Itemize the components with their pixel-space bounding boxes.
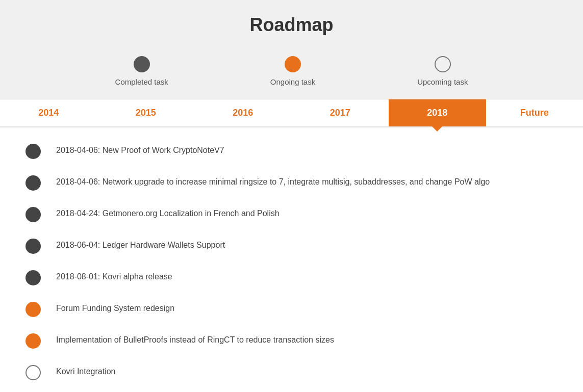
upcoming-circle [435, 56, 451, 72]
item-circle-3 [26, 239, 41, 254]
legend-completed: Completed task [115, 56, 168, 86]
item-text-6: Implementation of BulletProofs instead o… [56, 332, 334, 346]
roadmap-item-1: 2018-04-06: Network upgrade to increase … [26, 174, 557, 191]
upcoming-label: Upcoming task [417, 77, 468, 86]
year-navigation: 20142015201620172018Future [0, 99, 583, 127]
roadmap-item-2: 2018-04-24: Getmonero.org Localization i… [26, 206, 557, 222]
legend-ongoing: Ongoing task [270, 56, 315, 86]
completed-circle [134, 56, 150, 72]
roadmap-content: 2018-04-06: New Proof of Work CryptoNote… [0, 127, 583, 392]
ongoing-circle [285, 56, 301, 72]
year-tab-2016[interactable]: 2016 [194, 99, 292, 126]
roadmap-item-6: Implementation of BulletProofs instead o… [26, 332, 557, 349]
item-circle-0 [26, 144, 41, 159]
item-text-3: 2018-06-04: Ledger Hardware Wallets Supp… [56, 238, 225, 251]
item-circle-4 [26, 270, 41, 285]
item-circle-5 [26, 302, 41, 317]
item-text-4: 2018-08-01: Kovri alpha release [56, 269, 172, 283]
roadmap-item-3: 2018-06-04: Ledger Hardware Wallets Supp… [26, 238, 557, 254]
item-text-2: 2018-04-24: Getmonero.org Localization i… [56, 206, 280, 220]
roadmap-item-5: Forum Funding System redesign [26, 301, 557, 317]
ongoing-label: Ongoing task [270, 77, 315, 86]
legend-upcoming: Upcoming task [417, 56, 468, 86]
item-circle-2 [26, 207, 41, 222]
year-tab-2017[interactable]: 2017 [292, 99, 389, 126]
year-tab-2018[interactable]: 2018 [389, 99, 486, 126]
item-text-7: Kovri Integration [56, 364, 116, 378]
year-tab-2014[interactable]: 2014 [0, 99, 97, 126]
item-text-5: Forum Funding System redesign [56, 301, 174, 315]
legend-section: Completed task Ongoing task Upcoming tas… [0, 41, 583, 99]
year-tab-2015[interactable]: 2015 [97, 99, 195, 126]
page-title: Roadmap [0, 14, 583, 36]
roadmap-item-4: 2018-08-01: Kovri alpha release [26, 269, 557, 285]
item-text-1: 2018-04-06: Network upgrade to increase … [56, 174, 490, 188]
year-tab-future[interactable]: Future [486, 99, 584, 126]
item-circle-1 [26, 175, 41, 191]
item-text-0: 2018-04-06: New Proof of Work CryptoNote… [56, 143, 224, 156]
item-circle-6 [26, 333, 41, 349]
completed-label: Completed task [115, 77, 168, 86]
item-circle-7 [26, 365, 41, 380]
roadmap-item-0: 2018-04-06: New Proof of Work CryptoNote… [26, 143, 557, 159]
roadmap-item-7: Kovri Integration [26, 364, 557, 380]
